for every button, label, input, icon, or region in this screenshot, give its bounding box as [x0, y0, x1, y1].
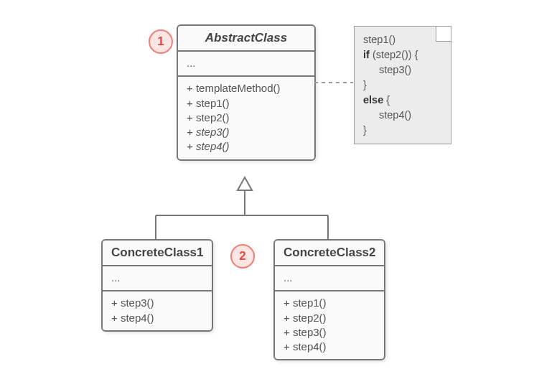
concrete2-title: ConcreteClass2: [275, 241, 384, 266]
uml-method: + step2(): [187, 111, 306, 125]
uml-class-abstract: AbstractClass ... + templateMethod()+ st…: [177, 24, 316, 161]
callout-badge-2: 2: [230, 244, 255, 269]
callout-badge-1: 1: [149, 29, 173, 54]
note-line: step4(): [363, 108, 442, 123]
abstract-class-methods: + templateMethod()+ step1()+ step2()+ st…: [178, 77, 314, 159]
abstract-class-title: AbstractClass: [178, 26, 314, 52]
uml-method: + step4(): [187, 139, 306, 154]
note-line: }: [363, 78, 442, 93]
note-templatemethod: step1() if (step2()) { step3() } else { …: [354, 26, 451, 144]
note-line: else {: [363, 93, 442, 108]
note-line: if (step2()) {: [363, 47, 442, 62]
concrete1-attrs: ...: [103, 266, 212, 291]
uml-method: + step1(): [187, 96, 306, 111]
note-line: step3(): [363, 62, 442, 78]
uml-method: + templateMethod(): [187, 81, 306, 95]
uml-method: + step4(): [284, 340, 375, 354]
uml-method: + step1(): [284, 296, 375, 310]
uml-method: + step3(): [284, 325, 375, 340]
abstract-class-attrs: ...: [178, 52, 314, 77]
note-line: }: [363, 123, 442, 138]
uml-method: + step2(): [284, 311, 375, 325]
concrete2-methods: + step1()+ step2()+ step3()+ step4(): [275, 291, 384, 359]
note-line: step1(): [363, 32, 442, 47]
note-fold-icon: [436, 27, 451, 42]
svg-marker-1: [238, 177, 252, 190]
concrete1-title: ConcreteClass1: [103, 241, 212, 266]
uml-class-concrete1: ConcreteClass1 ... + step3()+ step4(): [101, 239, 213, 332]
concrete2-attrs: ...: [275, 266, 384, 291]
concrete1-methods: + step3()+ step4(): [103, 291, 212, 330]
uml-method: + step3(): [187, 125, 306, 139]
uml-method: + step4(): [111, 311, 203, 325]
uml-class-concrete2: ConcreteClass2 ... + step1()+ step2()+ s…: [273, 239, 385, 360]
uml-method: + step3(): [111, 296, 203, 310]
